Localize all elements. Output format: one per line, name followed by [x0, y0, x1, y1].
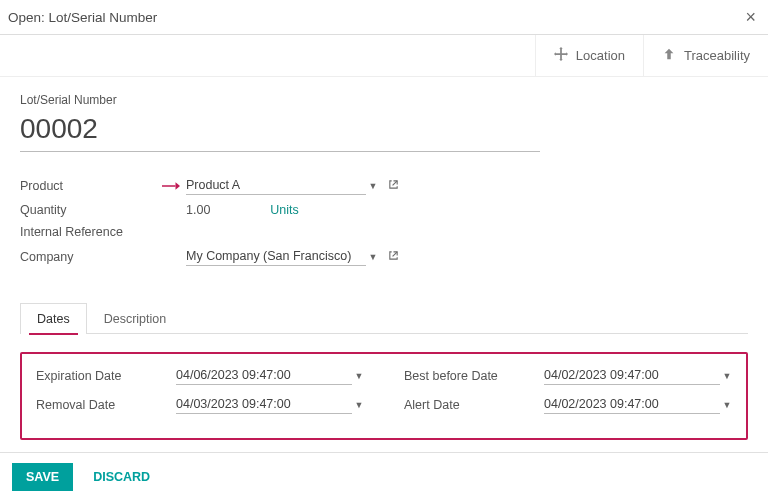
highlight-arrow-icon	[160, 180, 180, 192]
traceability-button[interactable]: Traceability	[643, 35, 768, 76]
tab-dates[interactable]: Dates	[20, 303, 87, 334]
lot-number-value[interactable]: 00002	[20, 109, 540, 152]
alert-date-label: Alert Date	[404, 398, 544, 412]
best-before-date-input[interactable]	[544, 366, 720, 385]
location-label: Location	[576, 48, 625, 63]
traceability-label: Traceability	[684, 48, 750, 63]
removal-date-label: Removal Date	[36, 398, 176, 412]
tab-description[interactable]: Description	[87, 303, 184, 334]
modal-footer: SAVE DISCARD	[0, 452, 768, 501]
company-external-link-icon[interactable]	[388, 249, 399, 264]
expiration-date-caret[interactable]: ▼	[354, 371, 364, 381]
quantity-value: 1.00	[186, 203, 210, 217]
alert-date-caret[interactable]: ▼	[722, 400, 732, 410]
tab-bar: Dates Description	[20, 302, 748, 334]
svg-marker-1	[176, 182, 181, 190]
units-link[interactable]: Units	[270, 203, 298, 217]
modal-title: Open: Lot/Serial Number	[8, 10, 157, 25]
removal-date-input[interactable]	[176, 395, 352, 414]
product-external-link-icon[interactable]	[388, 178, 399, 193]
expiration-date-label: Expiration Date	[36, 369, 176, 383]
company-dropdown-caret[interactable]: ▼	[368, 252, 378, 262]
best-before-date-caret[interactable]: ▼	[722, 371, 732, 381]
modal-header: Open: Lot/Serial Number ×	[0, 0, 768, 35]
expiration-date-input[interactable]	[176, 366, 352, 385]
action-bar: Location Traceability	[0, 35, 768, 77]
product-label: Product	[20, 179, 160, 193]
best-before-date-label: Best before Date	[404, 369, 544, 383]
form-content: Lot/Serial Number 00002 Product ▼ Quanti…	[0, 77, 768, 446]
alert-date-input[interactable]	[544, 395, 720, 414]
removal-date-caret[interactable]: ▼	[354, 400, 364, 410]
internal-reference-label: Internal Reference	[20, 225, 160, 239]
close-icon[interactable]: ×	[745, 8, 756, 26]
dates-panel-highlight: Expiration Date ▼ Removal Date ▼ Best be…	[20, 352, 748, 440]
arrow-up-icon	[662, 47, 676, 64]
discard-button[interactable]: DISCARD	[87, 469, 156, 485]
quantity-label: Quantity	[20, 203, 160, 217]
company-label: Company	[20, 250, 160, 264]
save-button[interactable]: SAVE	[12, 463, 73, 491]
location-button[interactable]: Location	[535, 35, 643, 76]
product-input[interactable]	[186, 176, 366, 195]
move-icon	[554, 47, 568, 64]
product-dropdown-caret[interactable]: ▼	[368, 181, 378, 191]
lot-number-label: Lot/Serial Number	[20, 93, 748, 107]
company-input[interactable]	[186, 247, 366, 266]
